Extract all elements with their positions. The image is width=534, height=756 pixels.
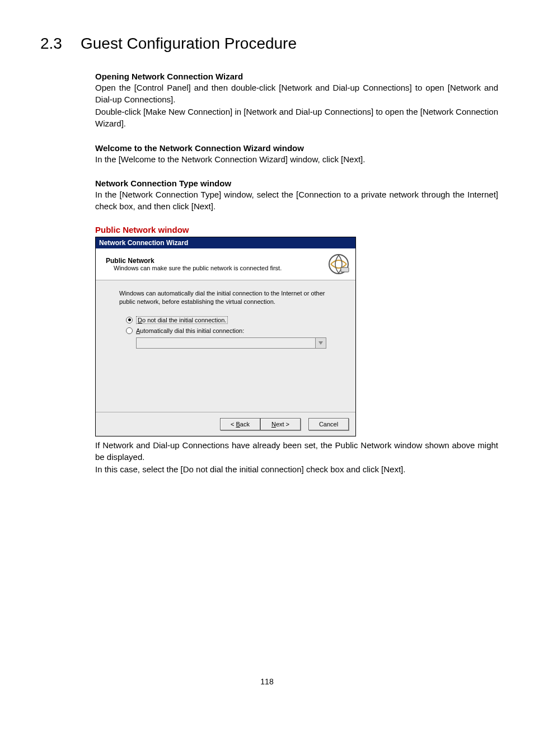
welcome-heading: Welcome to the Network Connection Wizard… xyxy=(95,143,498,153)
connection-dropdown-field xyxy=(137,338,316,348)
network-connection-wizard-dialog: Network Connection Wizard Public Network… xyxy=(95,237,356,436)
radio-do-not-dial[interactable]: Do not dial the initial connection. xyxy=(126,316,338,324)
public-after-1: If Network and Dial-up Connections have … xyxy=(95,440,498,463)
wizard-titlebar: Network Connection Wizard xyxy=(96,237,355,248)
wizard-body: Windows can automatically dial the initi… xyxy=(96,280,355,412)
wizard-intro: Windows can automatically dial the initi… xyxy=(119,289,338,306)
wizard-header-sub: Windows can make sure the public network… xyxy=(114,265,323,271)
page-number: 118 xyxy=(40,677,494,686)
radio-selected-icon xyxy=(126,317,133,323)
dropdown-arrow-icon xyxy=(316,338,326,348)
radio-auto-dial-label: Automatically dial this initial connecti… xyxy=(136,327,244,334)
wizard-footer: < Back Next > Cancel xyxy=(96,412,355,436)
section-number: 2.3 xyxy=(40,35,81,53)
radio-unselected-icon xyxy=(126,327,133,334)
welcome-p1: In the [Welcome to the Network Connectio… xyxy=(95,154,498,166)
radio-do-not-dial-label: Do not dial the initial connection. xyxy=(136,316,228,324)
type-heading: Network Connection Type window xyxy=(95,179,498,188)
section-heading: 2.3 Guest Configuration Procedure xyxy=(40,35,494,53)
connection-dropdown[interactable] xyxy=(136,337,326,349)
section-title: Guest Configuration Procedure xyxy=(81,35,297,53)
opening-heading: Opening Network Connection Wizard xyxy=(95,72,498,81)
wizard-header-title: Public Network xyxy=(106,257,323,265)
radio-auto-dial[interactable]: Automatically dial this initial connecti… xyxy=(126,327,338,334)
opening-p2: Double-click [Make New Connection] in [N… xyxy=(95,106,498,129)
type-p1: In the [Network Connection Type] window,… xyxy=(95,189,498,212)
public-heading: Public Network window xyxy=(95,225,498,234)
svg-rect-1 xyxy=(341,267,349,272)
public-after-2: In this case, select the [Do not dial th… xyxy=(95,464,498,476)
cancel-button[interactable]: Cancel xyxy=(308,418,349,430)
wizard-header: Public Network Windows can make sure the… xyxy=(96,248,355,280)
network-modem-icon xyxy=(327,253,350,275)
back-button[interactable]: < Back xyxy=(220,418,260,430)
svg-marker-2 xyxy=(318,341,323,345)
opening-p1: Open the [Control Panel] and then double… xyxy=(95,82,498,105)
next-button[interactable]: Next > xyxy=(260,418,301,430)
